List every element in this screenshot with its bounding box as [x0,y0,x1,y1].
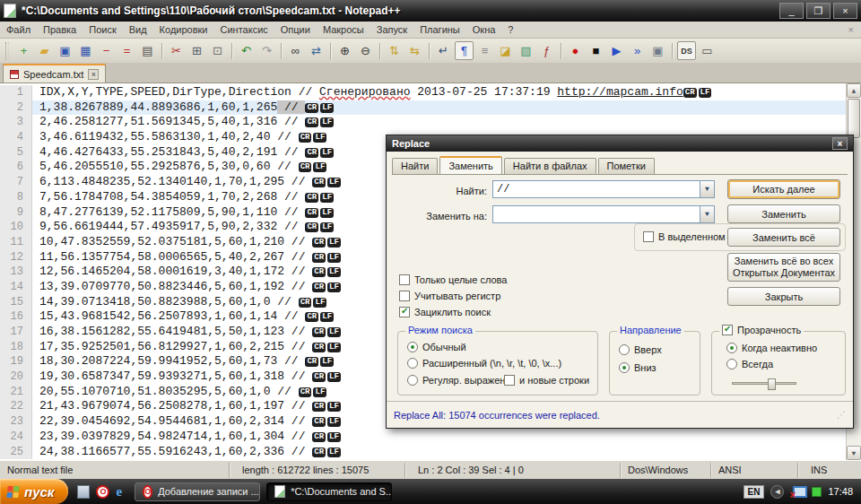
find-dropdown-icon[interactable]: ▼ [700,181,714,197]
regex-radio-circle[interactable] [407,375,418,386]
user-define-dialog-icon[interactable]: ◪ [496,41,515,60]
match-case-checkbox[interactable]: Учитывать регистр [399,291,500,301]
quick-launch-app-icon[interactable] [77,485,90,499]
sync-vertical-icon[interactable]: ⇅ [385,41,404,60]
search-mode-extended-radio[interactable]: Расширенный (\n, \r, \t, \0, \x...) [407,358,561,369]
replace-dialog-close-icon[interactable]: × [832,137,848,150]
regex-newline-checkbox[interactable]: и новые строки [504,375,589,386]
menu-item-search[interactable]: Поиск [83,22,122,37]
dialog-tab-find[interactable]: Найти [392,158,438,174]
menubar-close-icon[interactable]: × [848,24,854,35]
transparency-checkbox[interactable]: Прозрачность [719,325,804,335]
language-indicator[interactable]: EN [744,485,765,499]
minimize-button[interactable]: _ [779,3,804,19]
dialog-tab-replace[interactable]: Заменить [439,156,501,174]
find-input[interactable]: // ▼ [492,180,715,198]
close-dialog-button[interactable]: Закрыть [727,287,840,306]
editor-line[interactable]: 1IDX,X,Y,TYPE,SPEED,DirType,Direction //… [0,85,846,100]
menu-item-settings[interactable]: Опции [274,22,317,37]
up-radio-circle[interactable] [619,344,630,355]
save-file-icon[interactable]: ▣ [56,41,74,60]
transparency-checkbox-box[interactable] [722,325,733,335]
menu-item-encoding[interactable]: Кодировки [153,22,214,37]
macro-stop-icon[interactable]: ■ [587,41,605,60]
new-file-icon[interactable]: + [14,41,33,60]
macro-run-multiple-icon[interactable]: » [628,41,647,60]
find-replace-icon[interactable]: ⇄ [307,41,326,60]
tab-close-icon[interactable]: × [88,69,99,80]
menu-item-help[interactable]: ? [501,22,519,37]
always-radio-circle[interactable] [726,359,737,369]
menu-item-edit[interactable]: Правка [37,22,83,37]
cut-icon[interactable]: ✂ [167,41,186,60]
internet-explorer-icon[interactable]: e [116,484,122,500]
tab-speedcam[interactable]: Speedcam.txt × [3,64,106,83]
whole-word-checkbox-box[interactable] [399,274,410,285]
transparency-slider[interactable] [732,382,796,385]
down-radio-circle[interactable] [619,362,630,373]
editor-line[interactable]: 2423,39.0397829,54.9824714,1,60,1,304 //… [0,430,846,445]
regex-newline-checkbox-box[interactable] [504,375,515,386]
menu-item-plugins[interactable]: Плагины [413,22,466,37]
direction-down-radio[interactable]: Вниз [619,362,657,373]
menu-item-run[interactable]: Запуск [370,22,413,37]
dialog-tab-mark[interactable]: Пометки [598,158,655,174]
indent-guide-icon[interactable]: ≡ [475,41,494,60]
macro-save-icon[interactable]: ▣ [648,41,667,60]
wrap-around-checkbox-box[interactable] [399,307,410,317]
document-map-icon[interactable]: ▧ [517,41,535,60]
close-button[interactable]: × [833,3,857,19]
undo-icon[interactable]: ↶ [237,41,256,60]
restore-button[interactable]: ❐ [806,3,831,19]
replace-all-open-docs-button[interactable]: Заменить всё во всех Открытых Документах [727,253,840,282]
open-file-icon[interactable]: ▰ [35,41,54,60]
opera-icon[interactable]: O [96,485,109,499]
transparency-slider-thumb[interactable] [768,378,776,390]
on-lose-focus-radio-circle[interactable] [726,343,737,353]
replace-input[interactable]: ▼ [492,205,715,223]
print-icon[interactable]: ▤ [138,41,157,60]
dialog-tab-find-in-files[interactable]: Найти в файлах [504,158,596,174]
menu-item-file[interactable]: Файл [0,22,37,37]
macro-play-icon[interactable]: ▶ [607,41,626,60]
ds-plugin-icon[interactable]: DS [677,41,696,60]
paste-icon[interactable]: ⊡ [208,41,227,60]
close-file-icon[interactable]: − [97,41,116,60]
editor-line[interactable]: 21,38.8267889,44.8893686,1,60,1,265 // C… [0,100,846,116]
replace-dialog-titlebar[interactable]: Replace × [387,135,853,152]
word-wrap-icon[interactable]: ↵ [434,41,453,60]
tray-collapse-icon[interactable]: ◄ [770,485,784,499]
close-all-icon[interactable]: = [117,41,136,60]
show-all-characters-icon[interactable]: ¶ [455,41,474,60]
menu-item-view[interactable]: Вид [123,22,153,37]
monitor-icon[interactable]: ▭ [698,41,717,60]
scroll-down-icon[interactable]: ▼ [847,446,861,460]
notepadpp-task[interactable]: *C:\Documents and S... [266,482,392,501]
in-selection-checkbox-box[interactable] [643,231,654,242]
scroll-up-icon[interactable]: ▲ [847,83,861,98]
opera-task[interactable]: OДобавление записи ... [135,482,260,501]
sync-horizontal-icon[interactable]: ⇆ [405,41,424,60]
dialog-resize-grip[interactable]: ⋰ [837,410,846,420]
find-next-button[interactable]: Искать далее [727,179,840,199]
match-case-checkbox-box[interactable] [399,291,410,301]
menu-item-macro[interactable]: Макросы [317,22,370,37]
replace-dropdown-icon[interactable]: ▼ [700,206,714,222]
redo-icon[interactable]: ↷ [257,41,276,60]
menu-item-language[interactable]: Синтаксис [214,22,274,37]
in-selection-checkbox[interactable]: В выделенном [643,231,726,242]
save-all-icon[interactable]: ▦ [76,41,95,60]
transparency-always-radio[interactable]: Всегда [726,359,773,369]
copy-icon[interactable]: ⊞ [187,41,206,60]
search-mode-regex-radio[interactable]: Регуляр. выражен. [407,375,508,386]
editor-line[interactable]: 2524,38.1166577,55.5916243,1,60,2,336 //… [0,445,846,460]
find-icon[interactable]: ∞ [286,41,305,60]
start-button[interactable]: пуск [0,479,68,504]
wrap-around-checkbox[interactable]: Зациклить поиск [399,307,491,317]
whole-word-checkbox[interactable]: Только целые слова [399,274,507,285]
search-mode-normal-radio[interactable]: Обычный [407,342,466,352]
tray-app-icon[interactable] [812,487,822,497]
network-status-icon[interactable] [790,486,805,498]
replace-all-button[interactable]: Заменить всё [727,228,840,247]
menu-item-window[interactable]: Окна [466,22,502,37]
